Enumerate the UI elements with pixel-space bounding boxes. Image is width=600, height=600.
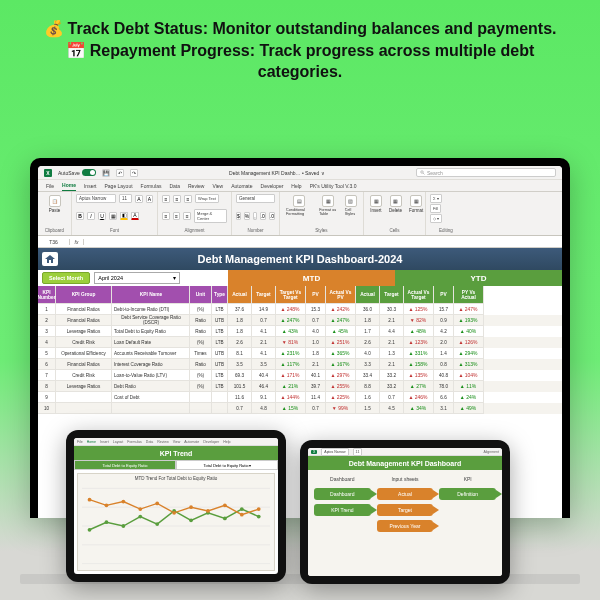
delete-icon: ▦ xyxy=(390,195,402,207)
ytd-header: YTD xyxy=(395,270,562,286)
tab-view[interactable]: View xyxy=(212,181,223,191)
hero-line1: Track Debt Status: Monitor outstanding b… xyxy=(68,20,557,37)
cell-styles-button[interactable]: ▧Cell Styles xyxy=(343,194,359,217)
tab-utility[interactable]: PK's Utility Tool V.3.0 xyxy=(310,181,357,191)
dec-dec-icon[interactable]: .0 xyxy=(269,212,275,220)
dashboard-title-bar: Debt Management KPI Dashboard-2024 xyxy=(38,248,562,270)
table-row[interactable]: 100.74.8▲ 15%0.7▼ 99%1.54.5▲ 34%3.1▲ 49% xyxy=(38,403,562,414)
trend-dropdown[interactable]: Total Debt to Equity Ratio ▾ xyxy=(176,460,278,470)
table-row[interactable]: 5Operational EfficiencyAccounts Receivab… xyxy=(38,348,562,359)
clear-button[interactable]: ◇ ▾ xyxy=(430,214,442,223)
group-editing: Editing xyxy=(430,228,462,233)
home-icon[interactable] xyxy=(42,252,58,266)
fill-button[interactable]: Fill xyxy=(430,204,441,213)
table-row[interactable]: 2Financial RatiosDebt Service Coverage R… xyxy=(38,315,562,326)
redo-icon[interactable]: ↷ xyxy=(130,169,138,177)
format-table-button[interactable]: ▦Format as Table xyxy=(317,194,340,217)
save-icon[interactable]: 💾 xyxy=(102,169,110,177)
delete-cells-button[interactable]: ▦Delete xyxy=(387,194,404,214)
align-mid-icon[interactable]: ≡ xyxy=(173,195,181,203)
font-color-icon[interactable]: A xyxy=(131,212,139,220)
tab-review[interactable]: Review xyxy=(188,181,204,191)
format-cells-button[interactable]: ▦Format xyxy=(407,194,425,214)
table-row[interactable]: 4Credit RiskLoan Default Rate(%)LTB2.62.… xyxy=(38,337,562,348)
align-right-icon[interactable]: ≡ xyxy=(183,212,191,220)
tab-data[interactable]: Data xyxy=(169,181,180,191)
pill-actual[interactable]: Actual xyxy=(377,488,434,500)
paste-button[interactable]: 📋 Paste xyxy=(42,194,67,214)
tab-file[interactable]: File xyxy=(46,181,54,191)
svg-point-24 xyxy=(189,505,193,509)
font-grow-icon[interactable]: A xyxy=(135,195,142,203)
table-row[interactable]: 1Financial RatiosDebt-to-Income Ratio (D… xyxy=(38,304,562,315)
border-icon[interactable]: ▦ xyxy=(109,212,117,220)
wrap-text-button[interactable]: Wrap Text xyxy=(195,194,219,203)
italic-button[interactable]: I xyxy=(87,212,95,220)
col-ytd-ava: PY Vs Actual xyxy=(454,286,484,304)
table-row[interactable]: 8Leverage RatiosDebt Ratio(%)LTB101.546.… xyxy=(38,381,562,392)
col-kpi-number: KPI Number xyxy=(38,286,56,304)
name-box[interactable]: T36 xyxy=(38,239,70,245)
underline-button[interactable]: U xyxy=(98,212,106,220)
ribbon: 📋 Paste Clipboard Aptos Narrow 11 A A B … xyxy=(38,192,562,236)
panel2-col2: Input sheets xyxy=(377,476,434,482)
align-bot-icon[interactable]: ≡ xyxy=(184,195,192,203)
font-shrink-icon[interactable]: A xyxy=(146,195,153,203)
pill-target[interactable]: Target xyxy=(377,504,434,516)
table-row[interactable]: 3Leverage RatiosTotal Debt to Equity Rat… xyxy=(38,326,562,337)
tab-automate[interactable]: Automate xyxy=(231,181,252,191)
svg-point-13 xyxy=(189,518,193,522)
pill-definition[interactable]: Definition xyxy=(439,488,496,500)
pill-kpi-trend[interactable]: KPI Trend xyxy=(314,504,371,516)
fx-icon[interactable]: fx xyxy=(70,239,84,245)
comma-icon[interactable]: , xyxy=(253,212,256,220)
svg-point-8 xyxy=(105,520,109,524)
table-row[interactable]: 6Financial RatiosInterest Coverage Ratio… xyxy=(38,359,562,370)
panel2-title: Debt Management KPI Dashboard xyxy=(308,456,502,470)
bold-button[interactable]: B xyxy=(76,212,84,220)
currency-icon[interactable]: $ xyxy=(236,212,241,220)
align-center-icon[interactable]: ≡ xyxy=(173,212,181,220)
tablet2-font[interactable]: Aptos Narrow xyxy=(321,448,348,456)
table-row[interactable]: 9Cost of Debt11.69.1▲ 144%11.4▲ 225%1.60… xyxy=(38,392,562,403)
percent-icon[interactable]: % xyxy=(244,212,250,220)
group-alignment: Alignment xyxy=(162,228,227,233)
font-size-select[interactable]: 11 xyxy=(119,194,132,203)
pill-prevyear[interactable]: Previous Year xyxy=(377,520,434,532)
tablet1-ribbon: FileHomeInsertLayoutFormulasDataReviewVi… xyxy=(74,438,278,446)
svg-point-27 xyxy=(240,513,244,517)
tab-insert[interactable]: Insert xyxy=(84,181,97,191)
autosum-button[interactable]: Σ ▾ xyxy=(430,194,442,203)
toggle-on-icon[interactable] xyxy=(82,169,96,176)
font-name-select[interactable]: Aptos Narrow xyxy=(76,194,116,203)
filename[interactable]: Debt Management KPI Dashb… • Saved ∨ xyxy=(144,170,410,176)
undo-icon[interactable]: ↶ xyxy=(116,169,124,177)
tab-home[interactable]: Home xyxy=(62,180,76,191)
tablet2-size[interactable]: 11 xyxy=(353,448,363,456)
autosave-toggle[interactable]: AutoSave xyxy=(58,169,96,176)
group-styles: Styles xyxy=(284,228,359,233)
align-top-icon[interactable]: ≡ xyxy=(162,195,170,203)
pill-dashboard[interactable]: Dashboard xyxy=(314,488,371,500)
tab-page-layout[interactable]: Page Layout xyxy=(104,181,132,191)
search-input[interactable]: Search xyxy=(416,168,556,177)
number-format-select[interactable]: General xyxy=(236,194,275,203)
month-dropdown[interactable]: April 2024▾ xyxy=(94,272,180,284)
tab-formulas[interactable]: Formulas xyxy=(141,181,162,191)
dec-inc-icon[interactable]: .0 xyxy=(260,212,266,220)
cond-format-button[interactable]: ▤Conditional Formatting xyxy=(284,194,314,217)
col-ytd-pv: PV xyxy=(434,286,454,304)
svg-point-22 xyxy=(155,502,159,506)
svg-point-18 xyxy=(88,498,92,502)
tablet2-ribbon: X Aptos Narrow 11 Alignment xyxy=(308,448,502,456)
merge-center-button[interactable]: Merge & Center xyxy=(194,209,227,223)
select-month-button[interactable]: Select Month xyxy=(42,272,90,284)
tab-developer[interactable]: Developer xyxy=(261,181,284,191)
group-font: Font xyxy=(76,228,153,233)
align-left-icon[interactable]: ≡ xyxy=(162,212,170,220)
table-row[interactable]: 7Credit RiskLoan-to-Value Ratio (LTV)(%)… xyxy=(38,370,562,381)
calendar-icon: 📅 xyxy=(66,42,86,59)
tab-help[interactable]: Help xyxy=(291,181,301,191)
fill-color-icon[interactable]: ◧ xyxy=(120,212,128,220)
insert-cells-button[interactable]: ▦Insert xyxy=(368,194,384,214)
